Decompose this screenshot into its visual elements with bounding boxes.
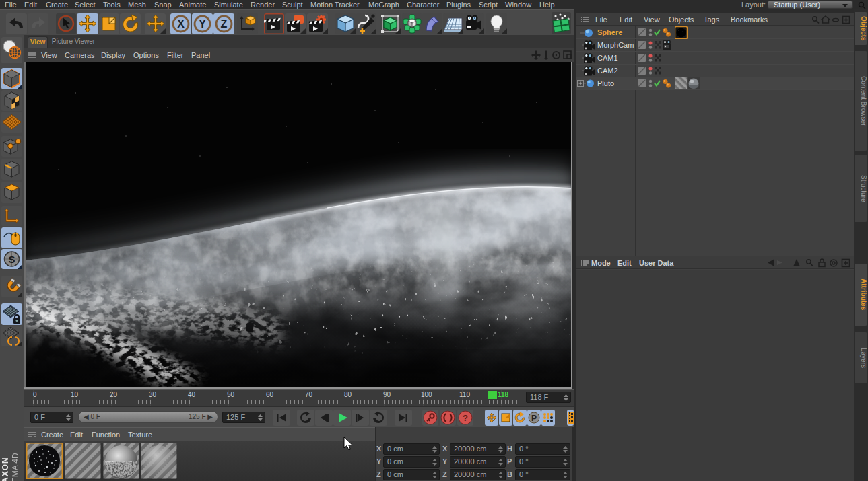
svg-text:?: ? [463, 413, 468, 423]
svg-text:Y: Y [199, 18, 206, 30]
svg-text:P: P [531, 414, 537, 423]
svg-text:X: X [177, 18, 185, 30]
svg-text:Z: Z [221, 18, 228, 30]
svg-text:S: S [8, 254, 15, 265]
